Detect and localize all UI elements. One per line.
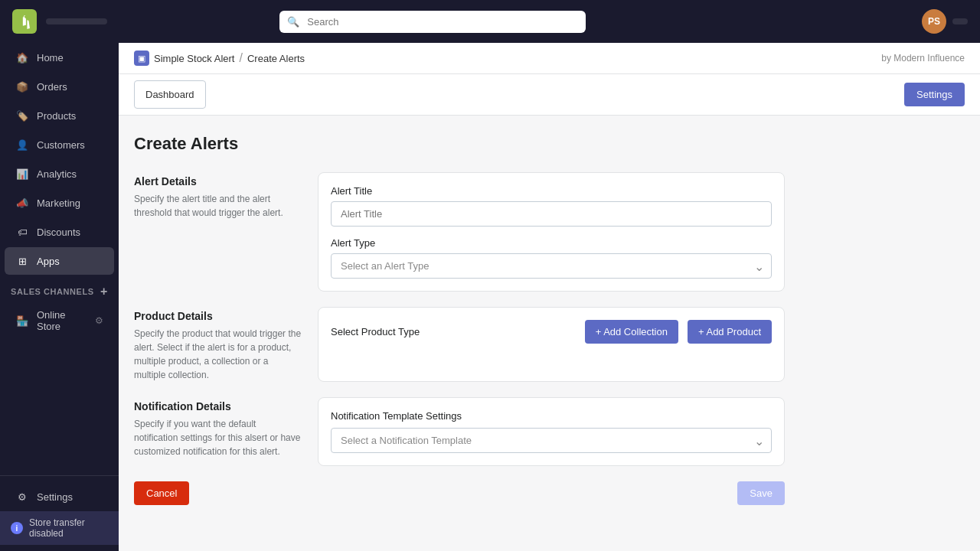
sidebar-item-products[interactable]: 🏷️ Products: [5, 102, 114, 129]
app-icon-symbol: ▣: [138, 54, 145, 64]
topbar-right: PS: [922, 9, 968, 34]
sidebar-item-customers[interactable]: 👤 Customers: [5, 131, 114, 158]
save-button[interactable]: Save: [737, 481, 785, 505]
notification-template-label: Notification Template Settings: [331, 410, 772, 422]
alert-details-section: Alert Details Specify the alert title an…: [134, 172, 785, 292]
home-icon: 🏠: [15, 51, 29, 64]
sidebar-item-apps[interactable]: ⊞ Apps: [5, 247, 114, 275]
marketing-icon: 📣: [15, 196, 29, 210]
sidebar-item-home-label: Home: [37, 52, 64, 64]
notification-details-desc: Specify if you want the default notifica…: [134, 417, 302, 458]
sidebar-item-marketing[interactable]: 📣 Marketing: [5, 189, 114, 217]
alert-title-label: Alert Title: [331, 185, 772, 197]
sidebar-item-settings-label: Settings: [37, 491, 73, 503]
select-product-type-label: Select Product Type: [331, 326, 420, 337]
product-details-title: Product Details: [134, 310, 302, 322]
sidebar-item-apps-label: Apps: [37, 256, 60, 267]
store-name[interactable]: [46, 18, 107, 24]
product-details-label-col: Product Details Specify the product that…: [134, 307, 302, 382]
notification-details-title: Notification Details: [134, 400, 302, 412]
sidebar-item-orders[interactable]: 📦 Orders: [5, 73, 114, 100]
sidebar-item-marketing-label: Marketing: [37, 197, 80, 209]
online-store-icon: 🏪: [15, 314, 29, 328]
breadcrumb-current: Create Alerts: [247, 53, 305, 64]
page-scroll: Create Alerts Alert Details Specify the …: [119, 116, 980, 551]
sidebar-item-discounts[interactable]: 🏷 Discounts: [5, 218, 114, 246]
sidebar-item-analytics-label: Analytics: [37, 168, 77, 180]
customers-icon: 👤: [15, 138, 29, 152]
app-header: ▣ Simple Stock Alert / Create Alerts by …: [119, 43, 980, 74]
avatar[interactable]: PS: [922, 9, 946, 34]
info-icon: i: [11, 522, 23, 534]
sidebar-item-settings[interactable]: ⚙ Settings: [5, 483, 114, 510]
orders-icon: 📦: [15, 80, 29, 93]
add-product-button[interactable]: + Add Product: [688, 320, 772, 344]
product-details-card: Select Product Type + Add Collection + A…: [318, 307, 785, 382]
form-actions: Cancel Save: [134, 481, 785, 520]
sidebar-item-online-store-label: Online Store: [37, 309, 87, 332]
alert-type-label: Alert Type: [331, 237, 772, 249]
notification-details-label-col: Notification Details Specify if you want…: [134, 397, 302, 466]
dashboard-tab[interactable]: Dashboard: [134, 80, 206, 109]
breadcrumb: ▣ Simple Stock Alert / Create Alerts: [134, 51, 305, 66]
alert-details-card: Alert Title Alert Type Select an Alert T…: [318, 172, 785, 292]
content-area: ▣ Simple Stock Alert / Create Alerts by …: [119, 43, 980, 551]
page-title: Create Alerts: [134, 134, 965, 154]
cancel-button[interactable]: Cancel: [134, 481, 189, 505]
store-transfer-bar: i Store transfer disabled: [0, 511, 119, 545]
notification-template-select[interactable]: Select a Notification Template: [331, 428, 772, 453]
discounts-icon: 🏷: [15, 225, 29, 239]
search-icon: 🔍: [287, 16, 299, 28]
breadcrumb-separator: /: [240, 51, 243, 65]
add-sales-channel-button[interactable]: +: [100, 285, 108, 298]
sidebar-item-analytics[interactable]: 📊 Analytics: [5, 160, 114, 187]
sidebar-item-products-label: Products: [37, 110, 76, 122]
sidebar-item-online-store[interactable]: 🏪 Online Store ⚙: [5, 302, 114, 339]
settings-button[interactable]: Settings: [904, 83, 965, 106]
sidebar-item-customers-label: Customers: [37, 139, 85, 151]
settings-icon: ⚙: [15, 490, 29, 504]
search-bar: 🔍: [279, 11, 586, 33]
breadcrumb-app-name[interactable]: Simple Stock Alert: [154, 53, 235, 64]
sidebar-item-orders-label: Orders: [37, 81, 67, 93]
sidebar: 🏠 Home 📦 Orders 🏷️ Products 👤 Customers …: [0, 43, 119, 551]
alert-details-desc: Specify the alert title and the alert th…: [134, 192, 302, 220]
notification-details-card: Notification Template Settings Select a …: [318, 397, 785, 466]
alert-details-label-col: Alert Details Specify the alert title an…: [134, 172, 302, 292]
shopify-logo: [12, 9, 37, 34]
tab-bar: Dashboard Settings: [119, 74, 980, 116]
apps-icon: ⊞: [15, 254, 29, 268]
alert-type-select-wrap: Select an Alert Type: [331, 253, 772, 279]
app-icon: ▣: [134, 51, 149, 66]
online-store-settings-icon[interactable]: ⚙: [95, 315, 103, 326]
add-collection-button[interactable]: + Add Collection: [585, 320, 678, 344]
products-icon: 🏷️: [15, 109, 29, 122]
by-text: by Modern Influence: [881, 53, 965, 64]
notification-details-section: Notification Details Specify if you want…: [134, 397, 785, 466]
product-details-desc: Specify the product that would trigger t…: [134, 327, 302, 382]
sales-channels-section: SALES CHANNELS +: [0, 276, 119, 302]
alert-type-select[interactable]: Select an Alert Type: [331, 253, 772, 279]
sidebar-item-home[interactable]: 🏠 Home: [5, 44, 114, 71]
sidebar-bottom: ⚙ Settings: [0, 475, 119, 511]
store-transfer-label: Store transfer disabled: [29, 517, 108, 539]
product-details-section: Product Details Specify the product that…: [134, 307, 785, 382]
search-input[interactable]: [279, 11, 586, 33]
alert-title-input[interactable]: [331, 201, 772, 227]
topbar-actions[interactable]: [952, 18, 968, 24]
topbar: 🔍 PS: [0, 0, 980, 43]
main-layout: 🏠 Home 📦 Orders 🏷️ Products 👤 Customers …: [0, 43, 980, 551]
sales-channels-label: SALES CHANNELS: [11, 287, 94, 296]
sidebar-item-discounts-label: Discounts: [37, 227, 80, 238]
analytics-icon: 📊: [15, 167, 29, 181]
product-type-row: Select Product Type + Add Collection + A…: [331, 320, 772, 344]
alert-details-title: Alert Details: [134, 175, 302, 187]
notification-template-select-wrap: Select a Notification Template: [331, 428, 772, 453]
